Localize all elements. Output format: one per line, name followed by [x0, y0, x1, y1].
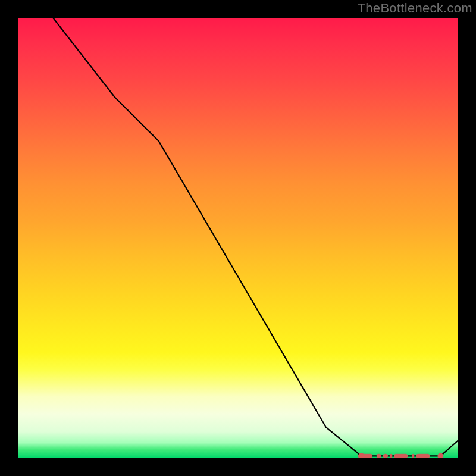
plot-overlay	[18, 18, 458, 458]
highlight-dash	[412, 454, 414, 458]
highlight-start-cap	[358, 453, 364, 459]
highlight-end-dot	[438, 453, 443, 458]
highlight-dash	[394, 454, 408, 458]
plot-frame	[18, 18, 458, 458]
main-curve	[18, 18, 458, 456]
chart-container: TheBottleneck.com	[0, 0, 476, 476]
highlight-dash	[390, 454, 392, 458]
highlight-dash	[377, 454, 381, 458]
highlight-dash	[383, 454, 387, 458]
highlight-dash	[416, 454, 430, 458]
watermark-label: TheBottleneck.com	[358, 1, 472, 16]
